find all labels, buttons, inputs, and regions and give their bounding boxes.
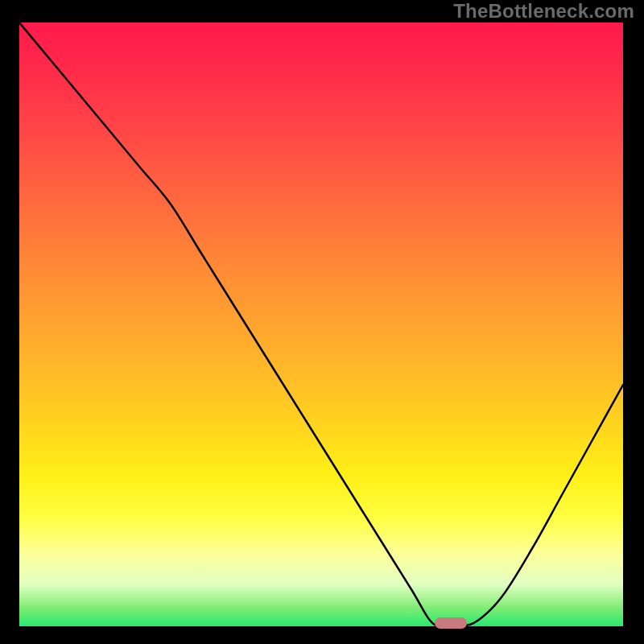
optimal-marker bbox=[435, 617, 467, 629]
chart-curve-layer bbox=[19, 23, 623, 626]
watermark-text: TheBottleneck.com bbox=[453, 0, 634, 23]
bottleneck-curve bbox=[19, 23, 623, 626]
